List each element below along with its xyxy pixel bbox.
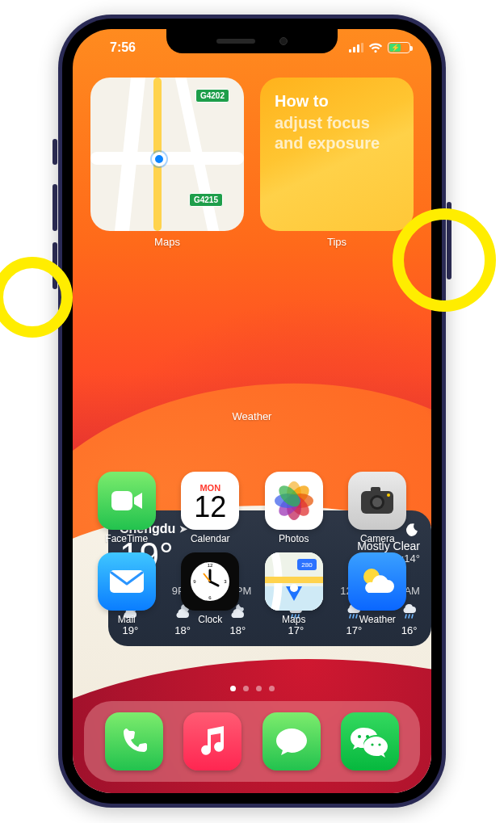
highway-shield-icon: G4215 (189, 193, 223, 207)
app-facetime[interactable]: FaceTime (90, 472, 163, 544)
wifi-icon (368, 43, 383, 53)
svg-point-37 (358, 735, 361, 738)
app-label: Calendar (191, 533, 230, 544)
facetime-icon (98, 472, 156, 530)
weather-hour-temp: 17° (288, 624, 304, 636)
photos-icon (265, 472, 323, 530)
dock-app-music[interactable] (183, 712, 242, 771)
widget-label-weather: Weather (90, 410, 414, 422)
location-dot-icon (152, 152, 166, 166)
mail-icon (98, 552, 156, 611)
weather-hour-temp: 16° (401, 624, 418, 636)
status-time: 7:56 (94, 40, 152, 55)
svg-rect-9 (111, 491, 132, 510)
app-label: Photos (279, 533, 309, 544)
page-indicator[interactable] (73, 686, 431, 691)
annotation-circle-power (393, 208, 496, 312)
weather-hour-temp: 18° (174, 624, 191, 636)
svg-point-35 (290, 584, 298, 592)
dock-app-phone[interactable] (105, 712, 163, 771)
widget-label-maps: Maps (154, 236, 180, 248)
clock-icon: 12369 (181, 552, 239, 611)
widget-label-tips: Tips (327, 236, 346, 248)
app-calendar[interactable]: MON12Calendar (174, 472, 247, 544)
app-label: Mail (118, 614, 136, 625)
weather-hour-temp: 17° (346, 624, 362, 636)
wechat-icon (350, 724, 390, 758)
tips-widget[interactable]: How to adjust focus and exposure (260, 78, 414, 231)
battery-icon: ⚡ (388, 42, 410, 53)
phone-frame: 7:56 ⚡ (58, 15, 446, 808)
app-photos[interactable]: Photos (258, 472, 330, 544)
calendar-day: 12 (194, 490, 226, 524)
dock-app-wechat[interactable] (341, 712, 399, 771)
page-dot (256, 686, 262, 691)
weather-hour-temp: 19° (123, 624, 139, 636)
app-label: Clock (198, 614, 222, 625)
page-dot (269, 686, 275, 691)
phone-notch (166, 29, 338, 53)
page-dot (230, 686, 236, 691)
svg-point-21 (372, 498, 382, 507)
svg-point-22 (387, 493, 390, 497)
phone-volume-up-button (52, 184, 57, 231)
phone-mute-switch (52, 139, 57, 165)
signal-icon (349, 43, 363, 52)
svg-text:12: 12 (208, 563, 213, 568)
dock (84, 701, 420, 782)
svg-text:280: 280 (301, 561, 313, 569)
music-icon (198, 725, 227, 758)
app-label: FaceTime (105, 533, 148, 544)
highway-shield-icon: G4202 (195, 89, 229, 103)
maps-icon: 280 (265, 552, 323, 611)
svg-rect-19 (371, 487, 380, 493)
svg-point-38 (366, 735, 369, 738)
app-weather[interactable]: Weather (342, 552, 414, 625)
camera-icon (348, 472, 406, 530)
app-label: Weather (359, 614, 396, 625)
app-camera[interactable]: Camera (342, 472, 414, 544)
tips-body: adjust focus and exposure (275, 113, 399, 153)
svg-point-39 (372, 743, 374, 745)
home-screen[interactable]: 7:56 ⚡ (73, 29, 431, 793)
messages-icon (274, 725, 309, 758)
app-clock[interactable]: 12369Clock (174, 552, 247, 625)
tips-heading: How to (275, 92, 399, 111)
dock-app-messages[interactable] (262, 712, 321, 771)
app-mail[interactable]: Mail (90, 552, 163, 625)
phone-icon (118, 725, 150, 758)
app-label: Maps (282, 614, 305, 625)
svg-point-40 (379, 743, 381, 745)
page-dot (243, 686, 249, 691)
calendar-icon: MON12 (181, 472, 239, 530)
svg-rect-23 (110, 570, 144, 593)
maps-widget[interactable]: G4202 G4215 (90, 78, 244, 231)
app-maps[interactable]: 280Maps (258, 552, 330, 625)
weather-icon (348, 552, 406, 611)
app-label: Camera (360, 533, 395, 544)
weather-hour-temp: 18° (230, 624, 246, 636)
